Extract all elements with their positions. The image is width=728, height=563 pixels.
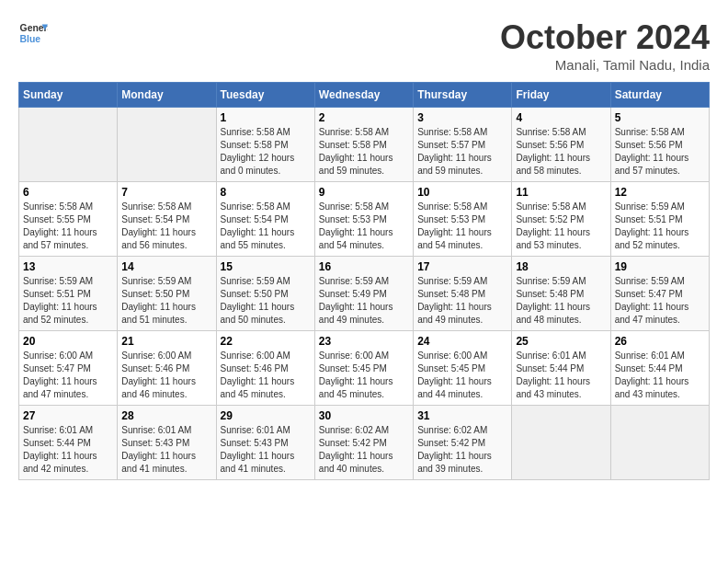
calendar-cell: 15Sunrise: 5:59 AM Sunset: 5:50 PM Dayli… — [216, 257, 314, 331]
day-number: 2 — [319, 111, 409, 124]
day-info: Sunrise: 6:00 AM Sunset: 5:45 PM Dayligh… — [417, 350, 507, 401]
day-info: Sunrise: 5:58 AM Sunset: 5:57 PM Dayligh… — [417, 126, 507, 178]
day-info: Sunrise: 5:59 AM Sunset: 5:48 PM Dayligh… — [417, 275, 507, 327]
day-number: 29 — [221, 409, 311, 422]
day-number: 28 — [121, 409, 211, 422]
day-number: 18 — [516, 260, 606, 273]
day-number: 31 — [417, 409, 507, 422]
day-info: Sunrise: 5:59 AM Sunset: 5:47 PM Dayligh… — [615, 275, 705, 327]
day-header-tuesday: Tuesday — [216, 83, 314, 108]
day-info: Sunrise: 6:01 AM Sunset: 5:43 PM Dayligh… — [221, 424, 311, 476]
day-info: Sunrise: 5:59 AM Sunset: 5:51 PM Dayligh… — [615, 201, 705, 252]
day-number: 8 — [221, 186, 311, 199]
day-info: Sunrise: 5:58 AM Sunset: 5:54 PM Dayligh… — [121, 201, 211, 252]
day-info: Sunrise: 6:01 AM Sunset: 5:44 PM Dayligh… — [23, 424, 113, 476]
day-info: Sunrise: 6:01 AM Sunset: 5:44 PM Dayligh… — [615, 350, 705, 401]
calendar-cell: 4Sunrise: 5:58 AM Sunset: 5:56 PM Daylig… — [512, 108, 610, 182]
day-number: 17 — [417, 260, 507, 273]
calendar-cell: 12Sunrise: 5:59 AM Sunset: 5:51 PM Dayli… — [610, 182, 709, 257]
day-info: Sunrise: 5:58 AM Sunset: 5:56 PM Dayligh… — [615, 126, 705, 178]
day-info: Sunrise: 6:01 AM Sunset: 5:43 PM Dayligh… — [121, 424, 211, 476]
calendar-cell: 18Sunrise: 5:59 AM Sunset: 5:48 PM Dayli… — [512, 257, 610, 331]
calendar-cell — [512, 406, 610, 480]
calendar-cell: 13Sunrise: 5:59 AM Sunset: 5:51 PM Dayli… — [19, 257, 118, 331]
calendar-cell: 26Sunrise: 6:01 AM Sunset: 5:44 PM Dayli… — [610, 331, 709, 406]
calendar-cell: 28Sunrise: 6:01 AM Sunset: 5:43 PM Dayli… — [118, 406, 216, 480]
day-info: Sunrise: 5:58 AM Sunset: 5:56 PM Dayligh… — [516, 126, 606, 178]
logo: General Blue — [18, 18, 48, 48]
day-number: 21 — [121, 335, 211, 348]
calendar-cell: 7Sunrise: 5:58 AM Sunset: 5:54 PM Daylig… — [118, 182, 216, 257]
day-header-wednesday: Wednesday — [314, 83, 413, 108]
day-header-monday: Monday — [118, 83, 216, 108]
day-info: Sunrise: 5:59 AM Sunset: 5:51 PM Dayligh… — [23, 275, 113, 327]
calendar-cell: 17Sunrise: 5:59 AM Sunset: 5:48 PM Dayli… — [414, 257, 512, 331]
calendar-cell: 10Sunrise: 5:58 AM Sunset: 5:53 PM Dayli… — [414, 182, 512, 257]
day-number: 24 — [417, 335, 507, 348]
day-number: 14 — [121, 260, 211, 273]
day-number: 6 — [23, 186, 113, 199]
day-info: Sunrise: 5:59 AM Sunset: 5:50 PM Dayligh… — [121, 275, 211, 327]
svg-text:Blue: Blue — [20, 34, 41, 44]
calendar-cell: 20Sunrise: 6:00 AM Sunset: 5:47 PM Dayli… — [19, 331, 118, 406]
calendar-cell: 22Sunrise: 6:00 AM Sunset: 5:46 PM Dayli… — [216, 331, 314, 406]
day-number: 4 — [516, 111, 606, 124]
day-number: 10 — [417, 186, 507, 199]
day-info: Sunrise: 5:58 AM Sunset: 5:53 PM Dayligh… — [319, 201, 409, 252]
day-header-thursday: Thursday — [414, 83, 512, 108]
day-info: Sunrise: 5:58 AM Sunset: 5:58 PM Dayligh… — [319, 126, 409, 178]
day-number: 20 — [23, 335, 113, 348]
day-info: Sunrise: 6:02 AM Sunset: 5:42 PM Dayligh… — [319, 424, 409, 476]
calendar-cell: 9Sunrise: 5:58 AM Sunset: 5:53 PM Daylig… — [314, 182, 413, 257]
day-number: 1 — [221, 111, 311, 124]
day-number: 30 — [319, 409, 409, 422]
calendar-cell: 2Sunrise: 5:58 AM Sunset: 5:58 PM Daylig… — [314, 108, 413, 182]
calendar-cell: 16Sunrise: 5:59 AM Sunset: 5:49 PM Dayli… — [314, 257, 413, 331]
day-info: Sunrise: 5:58 AM Sunset: 5:58 PM Dayligh… — [221, 126, 311, 178]
calendar-cell: 11Sunrise: 5:58 AM Sunset: 5:52 PM Dayli… — [512, 182, 610, 257]
day-number: 25 — [516, 335, 606, 348]
calendar-cell: 27Sunrise: 6:01 AM Sunset: 5:44 PM Dayli… — [19, 406, 118, 480]
calendar-cell: 6Sunrise: 5:58 AM Sunset: 5:55 PM Daylig… — [19, 182, 118, 257]
day-number: 27 — [23, 409, 113, 422]
day-number: 22 — [221, 335, 311, 348]
calendar-cell: 24Sunrise: 6:00 AM Sunset: 5:45 PM Dayli… — [414, 331, 512, 406]
calendar-cell: 23Sunrise: 6:00 AM Sunset: 5:45 PM Dayli… — [314, 331, 413, 406]
calendar-cell: 21Sunrise: 6:00 AM Sunset: 5:46 PM Dayli… — [118, 331, 216, 406]
calendar-cell: 1Sunrise: 5:58 AM Sunset: 5:58 PM Daylig… — [216, 108, 314, 182]
calendar-cell: 3Sunrise: 5:58 AM Sunset: 5:57 PM Daylig… — [414, 108, 512, 182]
day-number: 23 — [319, 335, 409, 348]
day-info: Sunrise: 6:00 AM Sunset: 5:45 PM Dayligh… — [319, 350, 409, 401]
day-info: Sunrise: 6:02 AM Sunset: 5:42 PM Dayligh… — [417, 424, 507, 476]
calendar-cell: 29Sunrise: 6:01 AM Sunset: 5:43 PM Dayli… — [216, 406, 314, 480]
day-info: Sunrise: 5:58 AM Sunset: 5:55 PM Dayligh… — [23, 201, 113, 252]
day-number: 19 — [615, 260, 705, 273]
day-header-sunday: Sunday — [19, 83, 118, 108]
day-info: Sunrise: 5:58 AM Sunset: 5:53 PM Dayligh… — [417, 201, 507, 252]
day-header-friday: Friday — [512, 83, 610, 108]
day-info: Sunrise: 5:58 AM Sunset: 5:54 PM Dayligh… — [221, 201, 311, 252]
calendar-cell: 30Sunrise: 6:02 AM Sunset: 5:42 PM Dayli… — [314, 406, 413, 480]
day-number: 7 — [121, 186, 211, 199]
day-number: 3 — [417, 111, 507, 124]
calendar-cell: 31Sunrise: 6:02 AM Sunset: 5:42 PM Dayli… — [414, 406, 512, 480]
calendar-cell — [118, 108, 216, 182]
location-subtitle: Manali, Tamil Nadu, India — [500, 57, 710, 73]
day-info: Sunrise: 5:59 AM Sunset: 5:49 PM Dayligh… — [319, 275, 409, 327]
calendar-cell — [610, 406, 709, 480]
day-info: Sunrise: 6:00 AM Sunset: 5:46 PM Dayligh… — [221, 350, 311, 401]
day-number: 5 — [615, 111, 705, 124]
calendar-cell: 25Sunrise: 6:01 AM Sunset: 5:44 PM Dayli… — [512, 331, 610, 406]
day-number: 13 — [23, 260, 113, 273]
calendar-cell: 19Sunrise: 5:59 AM Sunset: 5:47 PM Dayli… — [610, 257, 709, 331]
calendar-table: SundayMondayTuesdayWednesdayThursdayFrid… — [18, 82, 710, 480]
month-title: October 2024 — [500, 18, 710, 57]
calendar-cell: 8Sunrise: 5:58 AM Sunset: 5:54 PM Daylig… — [216, 182, 314, 257]
calendar-cell: 14Sunrise: 5:59 AM Sunset: 5:50 PM Dayli… — [118, 257, 216, 331]
day-info: Sunrise: 5:59 AM Sunset: 5:48 PM Dayligh… — [516, 275, 606, 327]
day-info: Sunrise: 6:00 AM Sunset: 5:47 PM Dayligh… — [23, 350, 113, 401]
day-info: Sunrise: 5:59 AM Sunset: 5:50 PM Dayligh… — [221, 275, 311, 327]
day-header-saturday: Saturday — [610, 83, 709, 108]
day-info: Sunrise: 6:00 AM Sunset: 5:46 PM Dayligh… — [121, 350, 211, 401]
day-info: Sunrise: 5:58 AM Sunset: 5:52 PM Dayligh… — [516, 201, 606, 252]
